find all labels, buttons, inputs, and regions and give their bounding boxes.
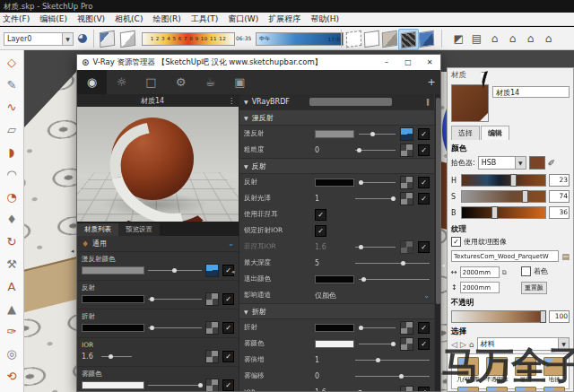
texture-file-input[interactable]: TexturesCom_Wood_ParquetW: [451, 250, 559, 262]
checkbox[interactable]: [418, 128, 430, 140]
lights-icon[interactable]: ☼: [107, 70, 136, 94]
color-swatch[interactable]: [315, 179, 354, 187]
settings-icon[interactable]: ⚙: [166, 70, 196, 94]
diffuse-section-header[interactable]: ▼ 漫反射: [239, 109, 434, 126]
view-iso-icon[interactable]: ◩: [450, 32, 467, 45]
param-value[interactable]: 1: [315, 195, 351, 203]
shadow-toggle2-icon[interactable]: [118, 29, 137, 48]
current-color-swatch[interactable]: [529, 156, 545, 170]
bezier-tool[interactable]: ▱: [2, 119, 22, 140]
checkbox[interactable]: [222, 351, 234, 362]
slider[interactable]: [355, 242, 396, 251]
checkbox[interactable]: [418, 338, 430, 350]
param-value[interactable]: 0: [315, 372, 351, 380]
flame-tool[interactable]: ♦: [2, 209, 22, 230]
color-swatch[interactable]: [82, 295, 144, 303]
style-xray-button[interactable]: [344, 29, 363, 48]
preview-menu-icon[interactable]: ⋮: [228, 97, 239, 105]
collapse-triangle-icon[interactable]: ▼: [244, 115, 248, 121]
checkbox[interactable]: [222, 379, 234, 391]
checkbox[interactable]: [418, 387, 430, 392]
slider[interactable]: [101, 352, 132, 361]
style-textured-button[interactable]: [398, 29, 419, 50]
dialog-collapse-icon[interactable]: ◂: [71, 248, 74, 255]
checkbox[interactable]: [222, 293, 234, 305]
materials-panel-title[interactable]: 材质: [448, 68, 573, 82]
scrollbar-thumb[interactable]: [436, 98, 440, 304]
minimize-button[interactable]: –: [376, 55, 397, 70]
tab-material-list[interactable]: 材质列表: [77, 223, 118, 236]
scrollbar[interactable]: [435, 94, 441, 392]
b-value[interactable]: 36: [549, 206, 570, 219]
generic-section-header[interactable]: ♦ 通用 ⌄: [77, 236, 239, 252]
text-tool[interactable]: A: [2, 276, 22, 297]
slider[interactable]: [355, 371, 430, 380]
geometry-icon[interactable]: □: [136, 70, 166, 94]
param-value[interactable]: 1: [315, 356, 351, 364]
opacity-value[interactable]: 100: [549, 310, 570, 323]
texture-width-input[interactable]: 2000mm: [460, 266, 500, 278]
tab-select[interactable]: 选择: [451, 126, 480, 140]
tab-preview-settings[interactable]: 预览设置: [118, 223, 160, 236]
texture-slot-button[interactable]: [205, 321, 219, 335]
close-button[interactable]: ✕: [419, 55, 440, 70]
chevron-down-icon[interactable]: ⌄: [228, 240, 234, 248]
style-tool[interactable]: ◇: [2, 52, 22, 73]
style-shaded-button[interactable]: [380, 29, 399, 48]
texture-slot-button[interactable]: [400, 176, 413, 189]
checkbox[interactable]: [418, 144, 430, 156]
style-hiddenline-button[interactable]: [362, 29, 381, 48]
hammer-tool[interactable]: ⚒: [2, 254, 22, 274]
texture-slot-button[interactable]: [400, 386, 413, 392]
chevron-down-icon[interactable]: ⌄: [423, 292, 430, 300]
pie-tool[interactable]: ◔: [2, 187, 22, 207]
view-left-icon[interactable]: ⌂: [540, 32, 557, 45]
brdf-name-field[interactable]: [309, 98, 392, 106]
color-swatch[interactable]: [82, 381, 144, 389]
texture-slot-button[interactable]: [400, 321, 413, 335]
menu-help[interactable]: 帮助(H): [310, 13, 339, 25]
layer-dropdown[interactable]: Layer0 ▼: [4, 32, 74, 46]
materials-icon[interactable]: ◉: [77, 70, 107, 94]
texture-slot-button[interactable]: [400, 192, 413, 205]
slider[interactable]: [148, 294, 202, 303]
texture-slot-button[interactable]: [205, 292, 219, 306]
active-material-thumbnail[interactable]: [451, 84, 489, 122]
slider[interactable]: [355, 388, 396, 392]
tray-collapse-icon[interactable]: ◂: [442, 262, 446, 269]
param-value[interactable]: 1.6: [315, 388, 351, 392]
plumb-tool[interactable]: ▲: [2, 299, 22, 319]
texture-slot-button[interactable]: [400, 337, 413, 351]
slider[interactable]: [359, 178, 396, 187]
reflection-section-header[interactable]: ▼ 反射: [239, 158, 434, 174]
slider[interactable]: [148, 323, 202, 332]
brdf-header[interactable]: ▼ VRayBRDF ∥: [239, 94, 434, 109]
texture-slot-button[interactable]: [400, 127, 413, 141]
slider[interactable]: [148, 266, 202, 274]
opacity-slider[interactable]: [451, 310, 546, 323]
slider[interactable]: [355, 194, 396, 203]
orbit-tool[interactable]: ⟲: [2, 366, 22, 387]
view-front-icon[interactable]: ⌂: [486, 32, 503, 45]
chevron-down-icon[interactable]: ▼: [515, 157, 526, 169]
match-color-icon[interactable]: ✐: [548, 158, 555, 168]
layer-manager-icon[interactable]: ◕: [77, 30, 87, 44]
material-name-input[interactable]: 材质14: [492, 86, 570, 98]
frame-buffer-icon[interactable]: ▣: [225, 70, 255, 94]
texture-slot-button[interactable]: [205, 350, 219, 363]
use-texture-checkbox[interactable]: [451, 237, 461, 247]
b-slider[interactable]: [461, 206, 546, 219]
texture-height-input[interactable]: 2000mm: [460, 282, 500, 293]
collapse-triangle-icon[interactable]: ▼: [244, 163, 248, 170]
s-slider[interactable]: [461, 190, 546, 203]
h-value[interactable]: 23: [549, 174, 570, 187]
color-swatch[interactable]: [82, 324, 144, 332]
texture-slot-button[interactable]: [205, 264, 219, 277]
param-value[interactable]: 1.6: [315, 243, 351, 251]
view-back-icon[interactable]: ⌂: [522, 32, 539, 45]
slider[interactable]: [359, 339, 396, 348]
menu-draw[interactable]: 绘图(R): [152, 13, 180, 25]
freehand-tool[interactable]: ∿: [2, 97, 22, 118]
colorize-checkbox[interactable]: [521, 266, 531, 276]
shadow-time-slider[interactable]: 中午 17:5: [256, 32, 344, 46]
